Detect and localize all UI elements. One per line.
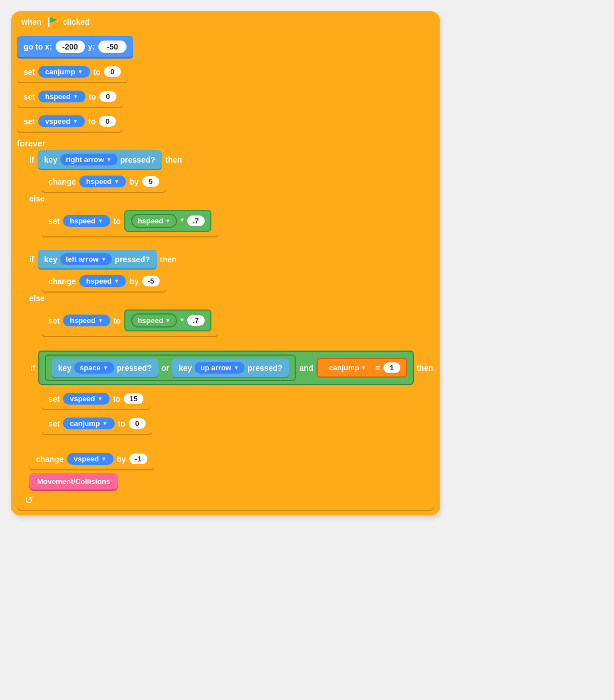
canjump-orange-pill[interactable]: canjump ▼ (323, 362, 372, 374)
if3-big-condition[interactable]: key space ▼ pressed? or key (38, 351, 414, 385)
forever-header: forever (17, 137, 434, 149)
goto-motion-block[interactable]: go to x: -200 y: -50 (17, 36, 133, 57)
canjump-0-val[interactable]: 0 (129, 418, 146, 429)
hspeed-dropdown[interactable]: hspeed ▼ (38, 91, 85, 102)
set-vspeed-jump-dropdown[interactable]: vspeed ▼ (63, 393, 110, 405)
hat-block[interactable]: when clicked (11, 11, 440, 33)
custom-block[interactable]: Movement/Collisions (29, 472, 434, 491)
if2-key-label: key (44, 255, 57, 264)
mult-label-2: * (180, 316, 183, 325)
set-canjump-variable[interactable]: set canjump ▼ to 0 (17, 61, 128, 82)
goto-block[interactable]: go to x: -200 y: -50 (17, 35, 434, 59)
spacer-3 (29, 443, 434, 446)
change-vspeed-block[interactable]: change vspeed ▼ by -1 (29, 447, 434, 470)
to-label-3: to (88, 117, 96, 126)
change-hspeed-pos-dropdown[interactable]: hspeed ▼ (79, 176, 126, 187)
vspeed-dropdown-arrow: ▼ (73, 118, 78, 124)
canjump-dropdown[interactable]: canjump ▼ (38, 66, 89, 78)
set-vspeed-variable[interactable]: set vspeed ▼ to 0 (17, 111, 123, 132)
change-vspeed-dropdown[interactable]: vspeed ▼ (67, 453, 114, 465)
vspeed-dropdown[interactable]: vspeed ▼ (38, 115, 85, 127)
decay2-val[interactable]: .7 (187, 315, 205, 326)
change-hspeed-pos-block[interactable]: change hspeed ▼ by 5 (42, 171, 166, 192)
top-section: go to x: -200 y: -50 set canjump ▼ to 0 … (11, 33, 440, 135)
if1-key-dropdown[interactable]: right arrow ▼ (60, 154, 118, 165)
hspeed-green-pill-2[interactable]: hspeed ▼ (131, 313, 177, 327)
if3-key2-dropdown[interactable]: up arrow ▼ (195, 362, 245, 374)
to-label-1: to (93, 68, 101, 77)
set-hspeed-decay2-block[interactable]: set hspeed ▼ to hspeed ▼ (42, 305, 218, 336)
movement-collisions-block[interactable]: Movement/Collisions (29, 473, 118, 490)
if1-header[interactable]: if key right arrow ▼ pressed? then (29, 149, 434, 170)
if1-sensing[interactable]: key right arrow ▼ pressed? (38, 150, 162, 169)
if3-key1-dropdown[interactable]: space ▼ (74, 362, 114, 374)
goto-y-label: y: (88, 42, 95, 51)
set-decay1-label: set (48, 217, 60, 226)
else1-block: else (29, 193, 434, 204)
set-hspeed-decay2[interactable]: set hspeed ▼ to hspeed ▼ (42, 304, 434, 337)
hspeed-val[interactable]: 0 (100, 91, 116, 102)
mult-label-1: * (180, 217, 183, 226)
change-hspeed-neg[interactable]: change hspeed ▼ by -5 (42, 270, 434, 293)
change-vspeed-variable[interactable]: change vspeed ▼ by -1 (29, 448, 154, 469)
set-hspeed-block[interactable]: set hspeed ▼ to 0 (17, 85, 434, 108)
decay1-val[interactable]: .7 (187, 216, 205, 226)
hspeed-pos-val[interactable]: 5 (142, 176, 159, 187)
hspeed-neg-val[interactable]: -5 (142, 276, 160, 286)
if3-header[interactable]: if key space ▼ press (29, 348, 434, 387)
vspeed-val[interactable]: 0 (99, 116, 116, 127)
if3-block[interactable]: if key space ▼ press (29, 348, 434, 442)
set-decay1-dropdown[interactable]: hspeed ▼ (63, 215, 110, 227)
if1-block[interactable]: if key right arrow ▼ pressed? then (29, 149, 434, 243)
if3-sensing-2[interactable]: key up arrow ▼ pressed? (172, 358, 289, 377)
change-hspeed-neg-dropdown[interactable]: hspeed ▼ (79, 275, 126, 287)
change-vspeed-label: change (36, 455, 64, 464)
if2-sensing[interactable]: key left arrow ▼ pressed? (38, 250, 157, 268)
if2-pressed-label: pressed? (115, 255, 150, 264)
vspeed-jump-val[interactable]: 15 (124, 393, 143, 404)
if3-eq-block[interactable]: canjump ▼ = 1 (317, 358, 407, 378)
set-canjump-0-dropdown[interactable]: canjump ▼ (63, 418, 114, 429)
goto-x-input[interactable]: -200 (56, 41, 85, 53)
forever-block[interactable]: forever if key right arrow ▼ pressed? th… (11, 135, 440, 510)
set-hspeed-variable[interactable]: set hspeed ▼ to 0 (17, 86, 123, 107)
by-label-2: by (129, 277, 138, 286)
canjump-val[interactable]: 0 (104, 66, 121, 77)
spacer-2 (29, 344, 434, 347)
set-canjump-0-block[interactable]: set canjump ▼ to 0 (42, 413, 152, 434)
scratch-script: when clicked go to x: -200 y: -50 set ca (11, 11, 440, 515)
else2-label: else (29, 294, 44, 303)
set-vspeed-block[interactable]: set vspeed ▼ to 0 (17, 110, 434, 133)
set-canjump-0[interactable]: set canjump ▼ to 0 (42, 412, 434, 435)
operator-decay2[interactable]: hspeed ▼ * .7 (124, 309, 211, 331)
if3-var: canjump (329, 364, 359, 372)
set-vspeed-jump[interactable]: set vspeed ▼ to 15 (42, 387, 434, 410)
set-vspeed-jump-block[interactable]: set vspeed ▼ to 15 (42, 388, 150, 409)
change-hspeed-neg-block[interactable]: change hspeed ▼ by -5 (42, 271, 166, 291)
set-hspeed-decay1[interactable]: set hspeed ▼ to hspeed ▼ (42, 204, 434, 237)
if2-block[interactable]: if key left arrow ▼ pressed? then (29, 249, 434, 343)
set-decay2-dropdown[interactable]: hspeed ▼ (63, 315, 110, 326)
if2-key-val: left arrow (66, 255, 99, 263)
goto-y-input[interactable]: -50 (98, 41, 127, 53)
if2-header[interactable]: if key left arrow ▼ pressed? then (29, 249, 434, 270)
if2-key-dropdown[interactable]: left arrow ▼ (60, 253, 112, 265)
if3-then-label: then (417, 364, 434, 373)
change-hspeed-pos[interactable]: change hspeed ▼ by 5 (42, 170, 434, 193)
vspeed-change-val[interactable]: -1 (129, 454, 147, 464)
eq-val[interactable]: 1 (383, 362, 400, 373)
if3-key1-label: key (58, 364, 71, 373)
if3-pressed2-label: pressed? (247, 364, 282, 373)
set-canjump-block[interactable]: set canjump ▼ to 0 (17, 60, 434, 83)
if3-sensing-1[interactable]: key space ▼ pressed? (52, 358, 159, 377)
if3-or-block[interactable]: key space ▼ pressed? or key (45, 355, 296, 381)
to-decay2-label: to (114, 316, 121, 325)
set-hspeed-decay1-block[interactable]: set hspeed ▼ to hspeed ▼ (42, 205, 218, 236)
if1-key-label: key (44, 155, 57, 164)
else1-inner: set hspeed ▼ to hspeed ▼ (42, 204, 434, 237)
operator-decay1[interactable]: hspeed ▼ * .7 (124, 210, 211, 232)
set-canjump-0-label: set (48, 419, 60, 428)
if3-key2-val: up arrow (200, 364, 231, 372)
hspeed-green-pill-1[interactable]: hspeed ▼ (131, 214, 177, 228)
else1-label: else (29, 194, 44, 203)
